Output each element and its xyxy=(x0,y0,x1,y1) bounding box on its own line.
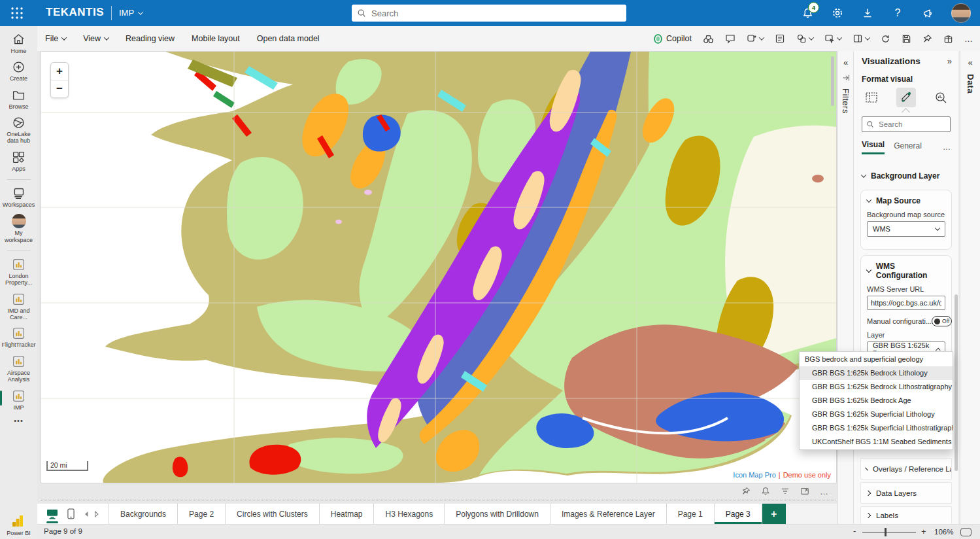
pin-button[interactable] xyxy=(922,34,932,44)
dropdown-option-selected[interactable]: GBR BGS 1:625k Bedrock Lithology xyxy=(800,366,953,380)
canvas-scrollbar[interactable] xyxy=(831,56,834,106)
sidebar-item-london-property[interactable]: London Property... xyxy=(0,258,37,287)
alerts-button[interactable] xyxy=(761,487,770,496)
wms-server-url-input[interactable] xyxy=(867,296,945,310)
format-tabs-more-button[interactable]: … xyxy=(943,143,951,152)
data-pane-collapsed[interactable]: « Data xyxy=(960,51,980,524)
download-button[interactable] xyxy=(861,7,874,20)
sidebar-item-create[interactable]: Create xyxy=(0,60,37,82)
explore-button[interactable] xyxy=(703,33,714,44)
menu-file[interactable]: File xyxy=(45,34,66,43)
pin-visual-button[interactable] xyxy=(741,487,751,496)
sensitivity-button[interactable] xyxy=(943,34,953,44)
zoom-slider-handle[interactable] xyxy=(885,528,887,536)
sidebar-item-imp[interactable]: IMP xyxy=(0,389,37,411)
global-search[interactable] xyxy=(352,5,626,22)
sidebar-item-onelake-data-hub[interactable]: OneLake data hub xyxy=(0,116,37,145)
map-zoom-out-button[interactable]: − xyxy=(51,80,68,97)
visual-more-options-button[interactable]: … xyxy=(820,487,829,496)
map-source-header[interactable]: Map Source xyxy=(867,196,945,205)
page-tab-backgrounds[interactable]: Backgrounds xyxy=(109,504,178,524)
sidebar-item-airspace-analysis[interactable]: Airspace Analysis xyxy=(0,355,37,383)
visual-interactions-button[interactable] xyxy=(747,33,764,44)
menu-open-data-model[interactable]: Open data model xyxy=(257,34,320,43)
page-tab-h3-hexagons[interactable]: H3 Hexagons xyxy=(374,504,445,524)
page-tab-polygons-with-drilldown[interactable]: Polygons with Drilldown xyxy=(445,504,550,524)
data-layers-section-header[interactable]: Data Layers xyxy=(860,482,952,504)
dropdown-group-header[interactable]: BGS bedrock and superficial geology xyxy=(800,353,953,366)
map-zoom-in-button[interactable]: + xyxy=(51,63,68,80)
background-map-source-select[interactable]: WMS xyxy=(867,221,945,237)
format-pane-scrollbar[interactable] xyxy=(955,294,958,471)
filters-on-visual-button[interactable] xyxy=(781,487,790,496)
save-button[interactable] xyxy=(902,34,911,44)
text-box-button[interactable] xyxy=(775,33,785,44)
expand-data-button[interactable]: « xyxy=(968,58,972,67)
sidebar-item-apps[interactable]: Apps xyxy=(0,150,37,172)
tab-general[interactable]: General xyxy=(894,141,922,154)
menu-mobile-layout[interactable]: Mobile layout xyxy=(192,34,240,43)
mobile-view-button[interactable] xyxy=(67,508,75,519)
icon-map-pro-link[interactable]: Icon Map Pro xyxy=(733,471,775,479)
overlays-section-header[interactable]: Overlays / Reference Lay... xyxy=(860,458,952,479)
format-search-input[interactable] xyxy=(877,120,946,129)
dropdown-option[interactable]: GBR BGS 1:625k Superficial Lithostratigr… xyxy=(800,421,953,435)
menubar-more-button[interactable]: … xyxy=(964,34,973,44)
next-page-icon[interactable] xyxy=(94,511,99,517)
menu-reading-view[interactable]: Reading view xyxy=(126,34,175,43)
workspace-switcher[interactable]: IMP xyxy=(119,8,143,18)
brand-logo[interactable]: TEKANTIS xyxy=(46,6,104,19)
focus-mode-button[interactable] xyxy=(800,487,809,496)
wms-configuration-header[interactable]: WMS Configuration xyxy=(867,262,945,280)
fit-to-page-icon[interactable] xyxy=(960,528,972,536)
zoom-in-button[interactable]: + xyxy=(921,527,926,536)
filters-pane-collapsed[interactable]: « Filters xyxy=(837,51,853,524)
geology-map[interactable] xyxy=(41,52,836,483)
expand-filters-button[interactable]: « xyxy=(843,58,848,67)
settings-button[interactable] xyxy=(831,7,844,20)
zoom-out-button[interactable]: - xyxy=(853,526,856,536)
dropdown-option[interactable]: GBR BGS 1:625k Bedrock Age xyxy=(800,394,953,408)
sidebar-item-imd-and-care[interactable]: IMD and Care... xyxy=(0,292,37,321)
map-visual[interactable]: + − 20 mi Icon Map Pro|Demo use only xyxy=(41,51,837,483)
dropdown-option[interactable]: GBR BGS 1:625k Superficial Lithology xyxy=(800,408,953,421)
account-avatar[interactable] xyxy=(951,3,971,23)
page-layout-button[interactable] xyxy=(853,33,870,44)
page-tab-page-2[interactable]: Page 2 xyxy=(178,504,226,524)
dropdown-option[interactable]: GBR BGS 1:625k Bedrock Lithostratigraphy xyxy=(800,380,953,394)
notifications-button[interactable]: 4 xyxy=(801,7,814,20)
format-visual-button[interactable] xyxy=(896,88,916,107)
sidebar-more-button[interactable]: ••• xyxy=(14,417,24,425)
format-search[interactable] xyxy=(862,116,951,132)
tab-visual[interactable]: Visual xyxy=(862,140,885,154)
global-search-input[interactable] xyxy=(370,8,621,19)
analytics-button[interactable] xyxy=(931,88,951,107)
manual-configuration-toggle[interactable]: Off xyxy=(932,316,952,326)
sidebar-item-browse[interactable]: Browse xyxy=(0,88,37,110)
help-button[interactable]: ? xyxy=(891,7,904,20)
build-visual-button[interactable] xyxy=(862,88,881,107)
pin-pane-icon[interactable] xyxy=(842,74,850,82)
shapes-button[interactable] xyxy=(796,33,813,44)
sidebar-item-workspaces[interactable]: Workspaces xyxy=(0,186,37,208)
sidebar-item-my-workspace[interactable]: My workspace xyxy=(0,214,37,243)
app-launcher-icon[interactable] xyxy=(10,7,24,20)
add-page-button[interactable]: + xyxy=(762,504,786,524)
background-layer-section-header[interactable]: Background Layer xyxy=(862,171,939,181)
refresh-button[interactable] xyxy=(881,34,890,44)
prev-page-icon[interactable] xyxy=(84,511,89,517)
feedback-button[interactable] xyxy=(921,7,934,20)
zoom-slider-track[interactable] xyxy=(862,532,916,533)
copilot-button[interactable]: Copilot xyxy=(652,33,692,44)
page-tab-heatmap[interactable]: Heatmap xyxy=(320,504,375,524)
new-visual-button[interactable] xyxy=(824,33,841,44)
web-view-button[interactable] xyxy=(46,509,58,519)
page-tab-circles-with-clusters[interactable]: Circles with Clusters xyxy=(226,504,320,524)
collapse-visualizations-button[interactable]: » xyxy=(947,56,952,66)
page-tab-page-1[interactable]: Page 1 xyxy=(667,504,715,524)
page-tab-images-reference-layer[interactable]: Images & Reference Layer xyxy=(550,504,667,524)
sidebar-item-flighttracker[interactable]: FlightTracker xyxy=(0,326,37,348)
comments-button[interactable] xyxy=(725,33,735,44)
dropdown-option[interactable]: UKContShelf BGS 1:1M Seabed Sediments xyxy=(800,435,953,449)
page-tab-page-3[interactable]: Page 3 xyxy=(715,504,762,524)
